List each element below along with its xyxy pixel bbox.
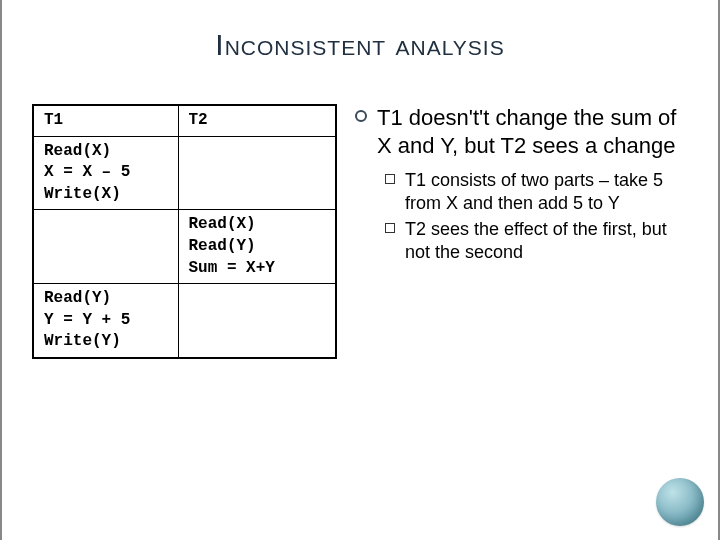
table-row: Read(X) X = X – 5 Write(X) [33, 136, 336, 210]
table-header-row: T1 T2 [33, 105, 336, 136]
col-header-t1: T1 [33, 105, 178, 136]
cell: Read(X) X = X – 5 Write(X) [33, 136, 178, 210]
cell [178, 136, 336, 210]
sub-text: T2 sees the effect of the first, but not… [405, 218, 688, 263]
slide: Inconsistent analysis T1 T2 Read(X) X = … [0, 0, 720, 540]
sub-bullet-list: T1 consists of two parts – take 5 from X… [355, 169, 688, 263]
lead-bullet-item: T1 doesn't't change the sum of X and Y, … [355, 104, 688, 159]
notes-panel: T1 doesn't't change the sum of X and Y, … [355, 104, 688, 359]
sub-bullet-item: T2 sees the effect of the first, but not… [385, 218, 688, 263]
cell: Read(Y) Y = Y + 5 Write(Y) [33, 284, 178, 358]
transaction-table: T1 T2 Read(X) X = X – 5 Write(X) Read(X)… [32, 104, 337, 359]
lead-text: T1 doesn't't change the sum of X and Y, … [377, 104, 688, 159]
square-bullet-icon [385, 174, 395, 184]
square-bullet-icon [385, 223, 395, 233]
table-row: Read(X) Read(Y) Sum = X+Y [33, 210, 336, 284]
content-row: T1 T2 Read(X) X = X – 5 Write(X) Read(X)… [26, 104, 694, 359]
slide-title: Inconsistent analysis [26, 28, 694, 62]
col-header-t2: T2 [178, 105, 336, 136]
decorative-sphere-icon [656, 478, 704, 526]
circle-bullet-icon [355, 110, 367, 122]
cell [33, 210, 178, 284]
sub-bullet-item: T1 consists of two parts – take 5 from X… [385, 169, 688, 214]
cell: Read(X) Read(Y) Sum = X+Y [178, 210, 336, 284]
table-row: Read(Y) Y = Y + 5 Write(Y) [33, 284, 336, 358]
cell [178, 284, 336, 358]
sub-text: T1 consists of two parts – take 5 from X… [405, 169, 688, 214]
